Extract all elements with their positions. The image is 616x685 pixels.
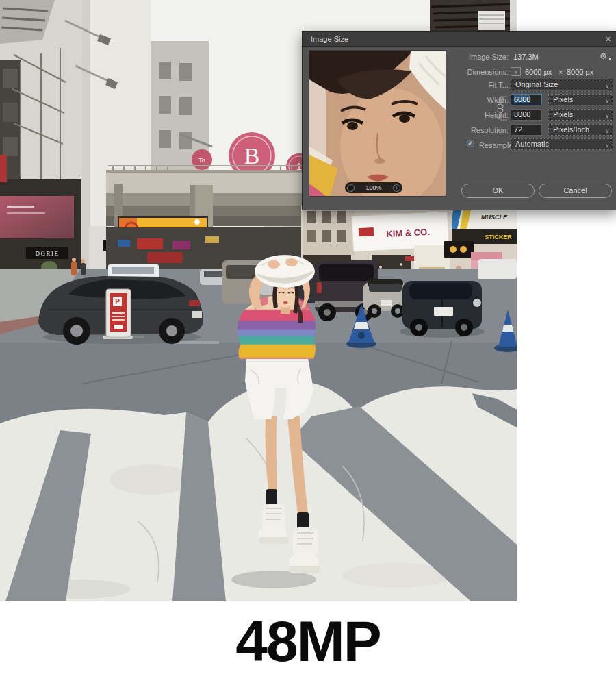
resample-checkbox[interactable]: ✓ (467, 140, 474, 147)
b-sign-text: B (244, 143, 260, 169)
resolution-label: Resolution: (471, 126, 509, 134)
image-size-value: 137.3M (513, 53, 539, 61)
gear-menu-dot (609, 58, 611, 60)
dimensions-height-value: 8000 px (567, 68, 593, 76)
dimensions-times: × (559, 68, 563, 76)
width-value: 6000 (514, 95, 530, 103)
height-unit-dropdown[interactable]: Pixels ∨ (548, 109, 613, 121)
height-input[interactable]: 8000 (511, 109, 542, 121)
image-size-dialog: Image Size × (302, 31, 616, 210)
resolution-unit-value: Pixels/Inch (553, 125, 589, 134)
resample-value: Automatic (515, 140, 549, 148)
parking-p-text: P (115, 298, 120, 306)
right-boot (289, 527, 320, 573)
chevron-down-icon: ∨ (605, 96, 609, 106)
zoom-out-button[interactable]: − (347, 184, 355, 192)
gear-icon[interactable]: ⚙ (600, 51, 607, 61)
height-label: Height: (485, 111, 509, 119)
right-hand (285, 258, 298, 266)
image-size-label: Image Size: (469, 53, 509, 61)
dimensions-width-value: 6000 px (525, 68, 552, 76)
cancel-button[interactable]: Cancel (539, 184, 612, 198)
ok-button[interactable]: OK (461, 184, 535, 198)
chevron-down-icon: ∨ (605, 140, 609, 151)
right-sock (297, 512, 309, 530)
dimensions-label: Dimensions: (467, 68, 509, 76)
left-boot (258, 504, 289, 544)
width-unit-dropdown[interactable]: Pixels ∨ (548, 94, 613, 105)
fit-to-dropdown[interactable]: Original Size ∨ (511, 79, 613, 90)
to-sign-text: To (198, 157, 205, 164)
dgrie-storefront-sign: DGRIE (36, 250, 60, 257)
bucket-hat (255, 255, 315, 288)
preview-zoom-control: − 100% + (345, 182, 402, 193)
left-hand (268, 260, 280, 269)
preview-pane[interactable] (309, 51, 446, 196)
zoom-in-button[interactable]: + (393, 184, 400, 192)
height-unit-value: Pixels (553, 110, 573, 119)
left-sock (266, 489, 277, 506)
chevron-down-icon: ∨ (605, 111, 609, 121)
zoom-level: 100% (365, 184, 381, 191)
resample-label: Resample: (479, 141, 515, 149)
muscle-text: MUSCLE (481, 214, 508, 221)
resolution-unit-dropdown[interactable]: Pixels/Inch ∨ (548, 124, 613, 136)
dialog-title: Image Size (311, 32, 348, 47)
height-value: 8000 (514, 110, 530, 119)
chevron-down-icon: ∨ (605, 126, 609, 136)
dimensions-chevron-icon[interactable]: ∨ (511, 67, 521, 76)
width-label: Width: (487, 96, 509, 104)
chevron-down-icon: ∨ (605, 81, 609, 91)
resolution-value: 72 (514, 125, 522, 134)
width-input[interactable]: 6000 (511, 94, 542, 105)
fit-to-label: Fit T... (488, 81, 509, 89)
navy-mini (402, 281, 482, 336)
resample-dropdown[interactable]: Automatic ∨ (511, 138, 613, 150)
dialog-titlebar[interactable]: Image Size × (303, 32, 616, 47)
fit-to-value: Original Size (515, 80, 558, 88)
parking-sign-stand: P (103, 289, 133, 339)
width-unit-value: Pixels (553, 95, 573, 103)
resolution-input[interactable]: 72 (511, 124, 542, 136)
caption-48mp: 48MP (0, 612, 616, 670)
close-icon[interactable]: × (605, 32, 611, 46)
sticker-text: STICKER (485, 234, 512, 240)
screenshot-root: DGRIE To B 1 (0, 0, 616, 685)
